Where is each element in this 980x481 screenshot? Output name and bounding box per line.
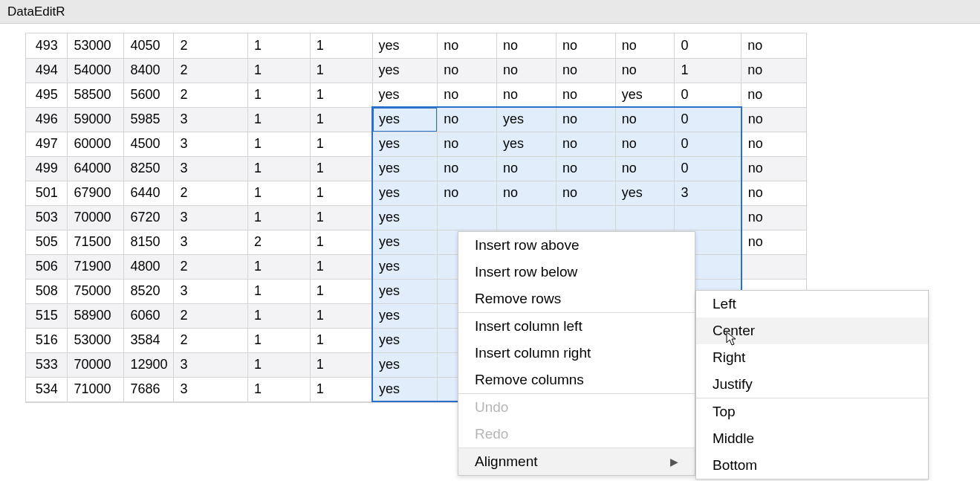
row-index[interactable]: 501 bbox=[26, 181, 68, 205]
cell[interactable]: no bbox=[742, 58, 807, 83]
cell[interactable] bbox=[675, 205, 742, 230]
cell[interactable]: 70000 bbox=[68, 205, 124, 230]
cell[interactable]: 71000 bbox=[68, 377, 124, 401]
submenu-item-bottom[interactable]: Bottom bbox=[696, 452, 928, 479]
cell[interactable]: no bbox=[742, 83, 807, 107]
menu-item-remove-columns[interactable]: Remove columns bbox=[458, 367, 695, 393]
cell[interactable]: 2 bbox=[174, 33, 248, 58]
row-index[interactable]: 495 bbox=[26, 83, 68, 107]
submenu-item-middle[interactable]: Middle bbox=[696, 425, 928, 452]
cell[interactable]: 1 bbox=[310, 279, 372, 303]
cell[interactable]: no bbox=[438, 107, 497, 132]
cell[interactable]: yes bbox=[372, 132, 438, 156]
menu-item-remove-rows[interactable]: Remove rows bbox=[458, 285, 695, 312]
submenu-item-right[interactable]: Right bbox=[696, 344, 928, 371]
table-row[interactable]: 497600004500311yesnoyesnono0no bbox=[26, 132, 807, 156]
cell[interactable]: yes bbox=[372, 205, 438, 230]
cell[interactable]: 2 bbox=[248, 230, 311, 254]
cell[interactable]: yes bbox=[372, 303, 438, 328]
cell[interactable]: no bbox=[556, 33, 615, 58]
cell[interactable]: yes bbox=[372, 254, 438, 279]
cell[interactable]: yes bbox=[372, 33, 438, 58]
cell[interactable]: 58500 bbox=[68, 83, 124, 107]
cell[interactable]: 5600 bbox=[124, 83, 174, 107]
cell[interactable]: 6060 bbox=[124, 303, 174, 328]
table-row[interactable]: 501679006440211yesnononoyes3no bbox=[26, 181, 807, 205]
cell[interactable]: 1 bbox=[248, 377, 311, 401]
cell[interactable]: no bbox=[556, 83, 615, 107]
cell[interactable]: yes bbox=[372, 58, 438, 83]
cell[interactable]: 1 bbox=[310, 230, 372, 254]
menu-item-alignment[interactable]: Alignment▶ bbox=[458, 448, 695, 475]
cell[interactable]: 1 bbox=[310, 156, 372, 181]
menu-item-insert-column-right[interactable]: Insert column right bbox=[458, 340, 695, 367]
cell[interactable]: no bbox=[615, 33, 675, 58]
cell[interactable]: 1 bbox=[310, 352, 372, 377]
table-row[interactable]: 496590005985311yesnoyesnono0no bbox=[26, 107, 807, 132]
cell[interactable]: no bbox=[438, 132, 497, 156]
cell[interactable]: 3 bbox=[174, 205, 248, 230]
cell[interactable]: no bbox=[497, 33, 556, 58]
cell[interactable]: 8250 bbox=[124, 156, 174, 181]
cell[interactable]: no bbox=[438, 58, 497, 83]
cell[interactable]: no bbox=[438, 83, 497, 107]
cell[interactable]: 1 bbox=[310, 303, 372, 328]
cell[interactable]: no bbox=[615, 156, 675, 181]
cell[interactable]: yes bbox=[615, 83, 675, 107]
cell[interactable]: 1 bbox=[310, 377, 372, 401]
cell[interactable]: no bbox=[615, 107, 675, 132]
cell[interactable]: 1 bbox=[310, 328, 372, 352]
cell[interactable]: yes bbox=[372, 328, 438, 352]
cell[interactable]: 54000 bbox=[68, 58, 124, 83]
cell[interactable]: no bbox=[556, 132, 615, 156]
cell[interactable]: 4500 bbox=[124, 132, 174, 156]
cell[interactable]: yes bbox=[615, 181, 675, 205]
cell[interactable]: 7686 bbox=[124, 377, 174, 401]
cell[interactable]: no bbox=[438, 33, 497, 58]
cell[interactable]: 60000 bbox=[68, 132, 124, 156]
cell[interactable]: 3 bbox=[174, 279, 248, 303]
row-index[interactable]: 508 bbox=[26, 279, 68, 303]
cell[interactable]: no bbox=[497, 181, 556, 205]
cell[interactable]: 70000 bbox=[68, 352, 124, 377]
cell[interactable]: no bbox=[556, 181, 615, 205]
row-index[interactable]: 534 bbox=[26, 377, 68, 401]
row-index[interactable]: 533 bbox=[26, 352, 68, 377]
context-submenu-alignment[interactable]: LeftCenterRightJustifyTopMiddleBottom bbox=[695, 290, 929, 480]
cell[interactable]: 71900 bbox=[68, 254, 124, 279]
cell[interactable] bbox=[742, 254, 807, 279]
cell[interactable]: no bbox=[438, 156, 497, 181]
cell[interactable]: 5985 bbox=[124, 107, 174, 132]
cell[interactable]: 1 bbox=[675, 58, 742, 83]
cell[interactable]: no bbox=[742, 107, 807, 132]
cell[interactable]: 1 bbox=[248, 132, 311, 156]
cell[interactable]: 6440 bbox=[124, 181, 174, 205]
cell[interactable]: 3 bbox=[174, 132, 248, 156]
cell[interactable]: 2 bbox=[174, 58, 248, 83]
cell[interactable]: 1 bbox=[310, 205, 372, 230]
cell[interactable]: 58900 bbox=[68, 303, 124, 328]
menu-item-insert-row-above[interactable]: Insert row above bbox=[458, 232, 695, 259]
cell[interactable]: 1 bbox=[248, 156, 311, 181]
cell[interactable]: yes bbox=[372, 377, 438, 401]
cell[interactable]: no bbox=[742, 181, 807, 205]
cell[interactable]: 1 bbox=[310, 132, 372, 156]
cell[interactable]: 1 bbox=[310, 33, 372, 58]
cell[interactable]: yes bbox=[497, 132, 556, 156]
cell[interactable]: 59000 bbox=[68, 107, 124, 132]
cell[interactable]: 1 bbox=[248, 205, 311, 230]
submenu-item-top[interactable]: Top bbox=[696, 398, 928, 425]
cell[interactable]: 0 bbox=[675, 107, 742, 132]
cell[interactable]: no bbox=[615, 132, 675, 156]
table-row[interactable]: 503700006720311yesno bbox=[26, 205, 807, 230]
cell[interactable]: 2 bbox=[174, 303, 248, 328]
cell[interactable]: yes bbox=[372, 83, 438, 107]
cell[interactable]: 8150 bbox=[124, 230, 174, 254]
cell[interactable]: no bbox=[556, 156, 615, 181]
cell[interactable]: 1 bbox=[248, 83, 311, 107]
cell[interactable]: 1 bbox=[310, 254, 372, 279]
cell[interactable]: 1 bbox=[248, 33, 311, 58]
row-index[interactable]: 493 bbox=[26, 33, 68, 58]
cell[interactable]: no bbox=[497, 83, 556, 107]
cell[interactable]: no bbox=[742, 156, 807, 181]
